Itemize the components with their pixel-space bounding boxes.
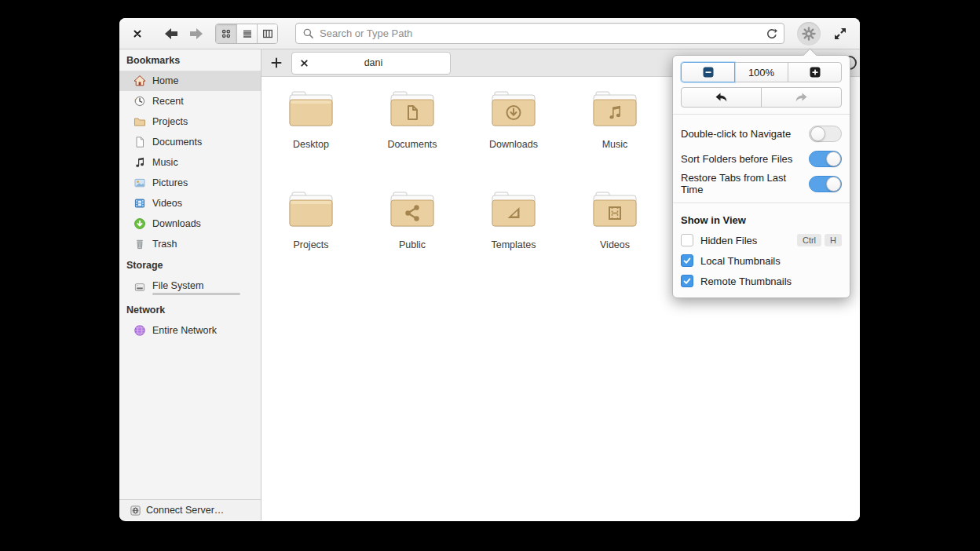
undo-button[interactable] (681, 87, 762, 108)
sidebar-item-label: Downloads (152, 218, 201, 229)
menu-item-restore-tabs[interactable]: Restore Tabs from Last Time (681, 171, 842, 196)
connect-server-icon (130, 505, 141, 516)
grid-view-button[interactable] (216, 24, 236, 43)
column-view-icon (261, 27, 274, 40)
double-click-toggle[interactable] (809, 126, 842, 142)
sidebar-item-entire-network[interactable]: Entire Network (119, 320, 261, 341)
tab-dani[interactable]: dani (291, 52, 451, 75)
shortcut-key-ctrl: Ctrl (797, 234, 821, 246)
sidebar-item-file-system[interactable]: File System (119, 276, 261, 299)
back-arrow-icon (163, 27, 179, 41)
list-view-button[interactable] (236, 24, 257, 43)
search-input[interactable] (320, 27, 765, 39)
fullscreen-button[interactable] (830, 24, 850, 44)
hidden-files-checkbox[interactable] (681, 234, 693, 246)
file-name: Projects (265, 239, 357, 250)
file-item-downloads[interactable]: Downloads (468, 89, 559, 150)
file-item-public[interactable]: Public (367, 190, 458, 250)
sidebar-item-music[interactable]: Music (119, 152, 261, 173)
film-icon (133, 197, 146, 210)
redo-icon (794, 91, 809, 104)
file-item-desktop[interactable]: Desktop (265, 89, 357, 150)
file-item-documents[interactable]: Documents (367, 89, 458, 150)
sidebar-item-label: Trash (152, 239, 177, 250)
refresh-icon[interactable] (765, 27, 777, 40)
zoom-level-display[interactable]: 100% (734, 62, 788, 82)
sidebar-item-label: Videos (152, 198, 182, 209)
remote-thumbnails-checkbox[interactable] (681, 275, 693, 287)
sidebar-item-downloads[interactable]: Downloads (119, 213, 261, 234)
desktop-background: { "toolbar": { "search_placeholder": "Se… (0, 0, 980, 551)
restore-tabs-toggle[interactable] (809, 176, 842, 192)
gear-icon (802, 27, 816, 41)
checkbox-label: Hidden Files (700, 235, 797, 246)
back-button[interactable] (163, 27, 179, 41)
menu-item-hidden-files[interactable]: Hidden Files Ctrl H (681, 230, 842, 250)
sidebar-item-pictures[interactable]: Pictures (119, 173, 261, 193)
search-bar (295, 23, 784, 44)
file-name: Templates (468, 239, 559, 250)
connect-server-button[interactable]: Connect Server… (119, 499, 261, 520)
file-item-projects[interactable]: Projects (265, 190, 357, 250)
zoom-in-button[interactable] (788, 62, 842, 82)
local-thumbnails-checkbox[interactable] (681, 254, 693, 267)
harddisk-icon (133, 281, 146, 294)
menu-item-local-thumbnails[interactable]: Local Thumbnails (681, 250, 842, 271)
sidebar-item-trash[interactable]: Trash (119, 234, 261, 254)
sidebar-item-label: Music (152, 157, 178, 168)
file-item-videos[interactable]: Videos (569, 190, 660, 250)
recent-clock-icon (133, 95, 146, 108)
forward-button[interactable] (188, 27, 204, 41)
settings-button[interactable] (797, 22, 821, 46)
sidebar-item-videos[interactable]: Videos (119, 193, 261, 213)
toggle-label: Double-click to Navigate (681, 128, 809, 140)
file-name: Documents (367, 139, 458, 150)
show-in-view-header: Show in View (681, 210, 842, 230)
folder-templates-icon (488, 190, 539, 231)
folder-documents-icon (387, 89, 437, 130)
file-name: Public (367, 239, 458, 250)
home-icon (133, 75, 146, 87)
zoom-out-icon (703, 67, 714, 78)
menu-item-sort-folders-before-files[interactable]: Sort Folders before Files (681, 146, 842, 171)
file-manager-window: Bookmarks Home Recent (119, 18, 860, 521)
shortcut-key-h: H (825, 234, 842, 246)
sidebar-item-documents[interactable]: Documents (119, 132, 261, 152)
view-switcher (215, 24, 278, 44)
new-tab-button[interactable] (265, 51, 288, 75)
file-item-music[interactable]: Music (569, 89, 660, 150)
menu-item-remote-thumbnails[interactable]: Remote Thumbnails (681, 271, 842, 291)
checkmark-icon (682, 276, 692, 286)
sidebar-header-network: Network (119, 299, 261, 320)
undo-icon (714, 91, 729, 104)
zoom-out-button[interactable] (681, 62, 735, 82)
tab-title: dani (316, 57, 450, 68)
sidebar-item-projects[interactable]: Projects (119, 111, 261, 132)
checkbox-label: Remote Thumbnails (700, 276, 842, 287)
forward-arrow-icon (188, 27, 204, 41)
grid-view-icon (220, 27, 232, 40)
file-item-templates[interactable]: Templates (468, 190, 559, 250)
sidebar-item-recent[interactable]: Recent (119, 91, 261, 111)
tab-close-icon (300, 59, 309, 68)
sidebar-item-label: Pictures (152, 177, 188, 188)
pictures-icon (133, 177, 146, 189)
file-name: Downloads (468, 139, 559, 150)
network-globe-icon (133, 324, 146, 337)
disk-usage-bar (152, 293, 240, 295)
tab-close-button[interactable] (292, 59, 316, 68)
sort-folders-toggle[interactable] (809, 151, 842, 167)
window-close-button[interactable] (129, 25, 146, 42)
folder-icon (286, 190, 336, 231)
folder-icon (133, 115, 146, 128)
fullscreen-icon (833, 27, 847, 41)
toggle-knob (826, 151, 841, 166)
popover-separator (673, 203, 850, 203)
menu-item-double-click-to-navigate[interactable]: Double-click to Navigate (681, 121, 842, 146)
zoom-level-text: 100% (748, 67, 774, 78)
sidebar-item-home[interactable]: Home (119, 71, 261, 91)
redo-button[interactable] (761, 87, 842, 108)
column-view-button[interactable] (257, 24, 277, 43)
connect-server-label: Connect Server… (146, 505, 224, 516)
toggle-knob (810, 126, 825, 141)
